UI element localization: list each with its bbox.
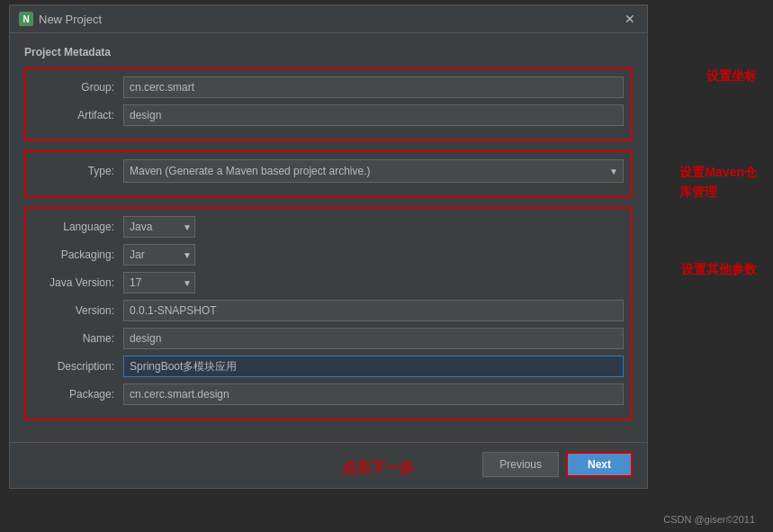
annotation-other: 设置其他参数 (681, 261, 757, 279)
java-version-row: Java Version: 17 11 8 ▼ (33, 272, 624, 293)
name-label: Name: (33, 332, 123, 345)
language-label: Language: (33, 221, 123, 233)
artifact-input[interactable] (123, 104, 624, 126)
watermark: CSDN @giser©2011 (663, 514, 755, 525)
title-bar: N New Project ✕ (10, 5, 647, 33)
description-label: Description: (33, 360, 123, 373)
close-button[interactable]: ✕ (622, 11, 638, 27)
dialog-icon: N (19, 12, 33, 26)
package-label: Package: (33, 388, 123, 401)
packaging-row: Packaging: Jar War ▼ (33, 244, 624, 266)
section-metadata-title: Project Metadata (24, 46, 633, 59)
packaging-label: Packaging: (33, 248, 123, 261)
type-box: Type: Maven (Generate a Maven based proj… (24, 150, 633, 198)
type-select[interactable]: Maven (Generate a Maven based project ar… (123, 159, 624, 183)
name-row: Name: (33, 328, 624, 349)
group-label: Group: (33, 81, 123, 94)
packaging-select[interactable]: Jar War (123, 244, 195, 266)
language-select[interactable]: Java Kotlin Groovy (123, 216, 195, 238)
version-row: Version: (33, 300, 624, 321)
language-row: Language: Java Kotlin Groovy ▼ (33, 216, 624, 238)
java-version-select[interactable]: 17 11 8 (123, 272, 195, 293)
annotation-next-step: 点击下一步 (342, 459, 656, 478)
packaging-select-wrapper: Jar War ▼ (123, 244, 195, 266)
type-label: Type: (33, 165, 123, 177)
dialog-body: Project Metadata Group: Artifact: Type: (10, 33, 647, 438)
type-select-wrapper: Maven (Generate a Maven based project ar… (123, 159, 624, 183)
coordinates-box: Group: Artifact: (24, 68, 633, 141)
group-row: Group: (33, 77, 624, 98)
version-input[interactable] (123, 300, 624, 321)
language-select-wrapper: Java Kotlin Groovy ▼ (123, 216, 195, 238)
artifact-label: Artifact: (33, 109, 123, 122)
version-label: Version: (33, 304, 123, 317)
annotation-coordinates: 设置坐标 (706, 68, 757, 86)
java-version-select-wrapper: 17 11 8 ▼ (123, 272, 195, 293)
artifact-row: Artifact: (33, 104, 624, 126)
package-row: Package: (33, 383, 624, 405)
type-row: Type: Maven (Generate a Maven based proj… (33, 159, 624, 183)
description-input[interactable] (123, 356, 624, 377)
package-input[interactable] (123, 383, 624, 405)
other-params-box: Language: Java Kotlin Groovy ▼ Packaging… (24, 207, 633, 420)
java-version-label: Java Version: (33, 276, 123, 289)
new-project-dialog: N New Project ✕ Project Metadata Group: … (9, 5, 648, 489)
group-input[interactable] (123, 77, 624, 98)
name-input[interactable] (123, 328, 624, 349)
description-row: Description: (33, 356, 624, 377)
dialog-title: New Project (39, 13, 102, 26)
annotation-maven: 设置Maven仓库管理 (679, 162, 757, 203)
